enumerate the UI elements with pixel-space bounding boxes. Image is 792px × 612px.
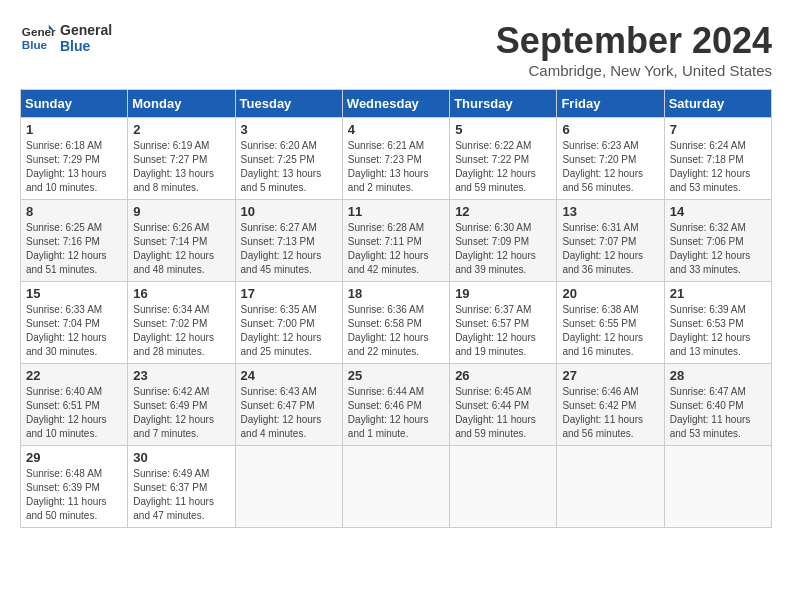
calendar-cell: 15 Sunrise: 6:33 AM Sunset: 7:04 PM Dayl… xyxy=(21,282,128,364)
calendar-cell: 18 Sunrise: 6:36 AM Sunset: 6:58 PM Dayl… xyxy=(342,282,449,364)
calendar-cell xyxy=(235,446,342,528)
calendar-week-row: 22 Sunrise: 6:40 AM Sunset: 6:51 PM Dayl… xyxy=(21,364,772,446)
day-number: 15 xyxy=(26,286,122,301)
day-number: 14 xyxy=(670,204,766,219)
day-number: 6 xyxy=(562,122,658,137)
title-area: September 2024 Cambridge, New York, Unit… xyxy=(496,20,772,79)
day-number: 13 xyxy=(562,204,658,219)
logo-icon: General Blue xyxy=(20,20,56,56)
calendar-cell xyxy=(557,446,664,528)
day-info: Sunrise: 6:25 AM Sunset: 7:16 PM Dayligh… xyxy=(26,221,122,277)
day-number: 9 xyxy=(133,204,229,219)
calendar-week-row: 15 Sunrise: 6:33 AM Sunset: 7:04 PM Dayl… xyxy=(21,282,772,364)
day-number: 12 xyxy=(455,204,551,219)
day-info: Sunrise: 6:32 AM Sunset: 7:06 PM Dayligh… xyxy=(670,221,766,277)
calendar-cell xyxy=(450,446,557,528)
calendar-cell: 1 Sunrise: 6:18 AM Sunset: 7:29 PM Dayli… xyxy=(21,118,128,200)
calendar-cell: 13 Sunrise: 6:31 AM Sunset: 7:07 PM Dayl… xyxy=(557,200,664,282)
calendar-header-thursday: Thursday xyxy=(450,90,557,118)
calendar-header-monday: Monday xyxy=(128,90,235,118)
day-info: Sunrise: 6:48 AM Sunset: 6:39 PM Dayligh… xyxy=(26,467,122,523)
day-info: Sunrise: 6:43 AM Sunset: 6:47 PM Dayligh… xyxy=(241,385,337,441)
calendar: SundayMondayTuesdayWednesdayThursdayFrid… xyxy=(20,89,772,528)
calendar-cell: 28 Sunrise: 6:47 AM Sunset: 6:40 PM Dayl… xyxy=(664,364,771,446)
day-number: 18 xyxy=(348,286,444,301)
calendar-cell: 24 Sunrise: 6:43 AM Sunset: 6:47 PM Dayl… xyxy=(235,364,342,446)
day-info: Sunrise: 6:49 AM Sunset: 6:37 PM Dayligh… xyxy=(133,467,229,523)
day-number: 16 xyxy=(133,286,229,301)
calendar-header-saturday: Saturday xyxy=(664,90,771,118)
month-title: September 2024 xyxy=(496,20,772,62)
calendar-cell: 27 Sunrise: 6:46 AM Sunset: 6:42 PM Dayl… xyxy=(557,364,664,446)
calendar-cell: 12 Sunrise: 6:30 AM Sunset: 7:09 PM Dayl… xyxy=(450,200,557,282)
calendar-cell: 7 Sunrise: 6:24 AM Sunset: 7:18 PM Dayli… xyxy=(664,118,771,200)
day-number: 1 xyxy=(26,122,122,137)
calendar-cell: 4 Sunrise: 6:21 AM Sunset: 7:23 PM Dayli… xyxy=(342,118,449,200)
calendar-cell: 16 Sunrise: 6:34 AM Sunset: 7:02 PM Dayl… xyxy=(128,282,235,364)
day-info: Sunrise: 6:24 AM Sunset: 7:18 PM Dayligh… xyxy=(670,139,766,195)
day-info: Sunrise: 6:19 AM Sunset: 7:27 PM Dayligh… xyxy=(133,139,229,195)
day-number: 23 xyxy=(133,368,229,383)
day-number: 19 xyxy=(455,286,551,301)
calendar-cell: 30 Sunrise: 6:49 AM Sunset: 6:37 PM Dayl… xyxy=(128,446,235,528)
calendar-cell: 6 Sunrise: 6:23 AM Sunset: 7:20 PM Dayli… xyxy=(557,118,664,200)
day-info: Sunrise: 6:46 AM Sunset: 6:42 PM Dayligh… xyxy=(562,385,658,441)
day-number: 2 xyxy=(133,122,229,137)
day-number: 25 xyxy=(348,368,444,383)
calendar-cell: 20 Sunrise: 6:38 AM Sunset: 6:55 PM Dayl… xyxy=(557,282,664,364)
calendar-cell: 21 Sunrise: 6:39 AM Sunset: 6:53 PM Dayl… xyxy=(664,282,771,364)
day-info: Sunrise: 6:28 AM Sunset: 7:11 PM Dayligh… xyxy=(348,221,444,277)
calendar-cell: 8 Sunrise: 6:25 AM Sunset: 7:16 PM Dayli… xyxy=(21,200,128,282)
day-info: Sunrise: 6:42 AM Sunset: 6:49 PM Dayligh… xyxy=(133,385,229,441)
day-info: Sunrise: 6:34 AM Sunset: 7:02 PM Dayligh… xyxy=(133,303,229,359)
day-info: Sunrise: 6:20 AM Sunset: 7:25 PM Dayligh… xyxy=(241,139,337,195)
day-number: 22 xyxy=(26,368,122,383)
day-number: 3 xyxy=(241,122,337,137)
day-number: 28 xyxy=(670,368,766,383)
calendar-cell: 19 Sunrise: 6:37 AM Sunset: 6:57 PM Dayl… xyxy=(450,282,557,364)
day-info: Sunrise: 6:45 AM Sunset: 6:44 PM Dayligh… xyxy=(455,385,551,441)
header: General Blue General Blue September 2024… xyxy=(20,20,772,79)
day-info: Sunrise: 6:38 AM Sunset: 6:55 PM Dayligh… xyxy=(562,303,658,359)
calendar-week-row: 8 Sunrise: 6:25 AM Sunset: 7:16 PM Dayli… xyxy=(21,200,772,282)
day-info: Sunrise: 6:39 AM Sunset: 6:53 PM Dayligh… xyxy=(670,303,766,359)
calendar-cell xyxy=(342,446,449,528)
day-info: Sunrise: 6:37 AM Sunset: 6:57 PM Dayligh… xyxy=(455,303,551,359)
calendar-cell: 9 Sunrise: 6:26 AM Sunset: 7:14 PM Dayli… xyxy=(128,200,235,282)
calendar-cell: 29 Sunrise: 6:48 AM Sunset: 6:39 PM Dayl… xyxy=(21,446,128,528)
day-info: Sunrise: 6:36 AM Sunset: 6:58 PM Dayligh… xyxy=(348,303,444,359)
day-number: 7 xyxy=(670,122,766,137)
calendar-cell: 25 Sunrise: 6:44 AM Sunset: 6:46 PM Dayl… xyxy=(342,364,449,446)
calendar-cell: 2 Sunrise: 6:19 AM Sunset: 7:27 PM Dayli… xyxy=(128,118,235,200)
calendar-header-row: SundayMondayTuesdayWednesdayThursdayFrid… xyxy=(21,90,772,118)
day-number: 20 xyxy=(562,286,658,301)
calendar-cell xyxy=(664,446,771,528)
calendar-cell: 14 Sunrise: 6:32 AM Sunset: 7:06 PM Dayl… xyxy=(664,200,771,282)
svg-text:Blue: Blue xyxy=(22,38,48,51)
calendar-week-row: 1 Sunrise: 6:18 AM Sunset: 7:29 PM Dayli… xyxy=(21,118,772,200)
day-number: 24 xyxy=(241,368,337,383)
day-info: Sunrise: 6:40 AM Sunset: 6:51 PM Dayligh… xyxy=(26,385,122,441)
day-info: Sunrise: 6:21 AM Sunset: 7:23 PM Dayligh… xyxy=(348,139,444,195)
day-info: Sunrise: 6:35 AM Sunset: 7:00 PM Dayligh… xyxy=(241,303,337,359)
calendar-header-sunday: Sunday xyxy=(21,90,128,118)
logo-blue-text: Blue xyxy=(60,38,112,54)
day-number: 21 xyxy=(670,286,766,301)
day-number: 8 xyxy=(26,204,122,219)
day-info: Sunrise: 6:18 AM Sunset: 7:29 PM Dayligh… xyxy=(26,139,122,195)
day-info: Sunrise: 6:30 AM Sunset: 7:09 PM Dayligh… xyxy=(455,221,551,277)
day-number: 29 xyxy=(26,450,122,465)
day-info: Sunrise: 6:47 AM Sunset: 6:40 PM Dayligh… xyxy=(670,385,766,441)
day-info: Sunrise: 6:27 AM Sunset: 7:13 PM Dayligh… xyxy=(241,221,337,277)
day-info: Sunrise: 6:22 AM Sunset: 7:22 PM Dayligh… xyxy=(455,139,551,195)
day-number: 26 xyxy=(455,368,551,383)
day-number: 5 xyxy=(455,122,551,137)
calendar-cell: 23 Sunrise: 6:42 AM Sunset: 6:49 PM Dayl… xyxy=(128,364,235,446)
calendar-header-tuesday: Tuesday xyxy=(235,90,342,118)
day-info: Sunrise: 6:44 AM Sunset: 6:46 PM Dayligh… xyxy=(348,385,444,441)
calendar-cell: 5 Sunrise: 6:22 AM Sunset: 7:22 PM Dayli… xyxy=(450,118,557,200)
day-number: 27 xyxy=(562,368,658,383)
day-info: Sunrise: 6:33 AM Sunset: 7:04 PM Dayligh… xyxy=(26,303,122,359)
day-number: 17 xyxy=(241,286,337,301)
calendar-cell: 26 Sunrise: 6:45 AM Sunset: 6:44 PM Dayl… xyxy=(450,364,557,446)
